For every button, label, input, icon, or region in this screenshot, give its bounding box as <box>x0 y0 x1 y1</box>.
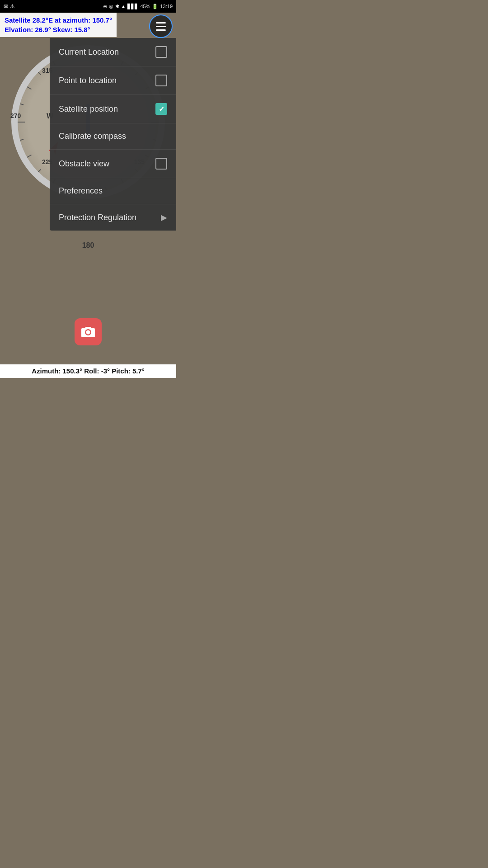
warning-icon: ⚠ <box>10 3 15 9</box>
wifi-icon: ▲ <box>121 4 126 9</box>
checkmark-icon: ✓ <box>159 105 164 113</box>
satellite-info-panel: Satellite 28.2°E at azimuth: 150.7° Elva… <box>0 13 117 37</box>
svg-point-26 <box>86 330 90 335</box>
satellite-line1: Satellite 28.2°E at azimuth: 150.7° <box>5 15 112 25</box>
svg-line-20 <box>20 139 23 140</box>
menu-button[interactable] <box>149 14 173 38</box>
azimuth-info: Azimuth: 150.3° Roll: -3° Pitch: 5.7° <box>32 367 145 375</box>
signal-icon: ▋▋▋ <box>127 4 138 9</box>
point-to-location-label: Point to location <box>59 76 117 85</box>
bottom-info-bar: Azimuth: 150.3° Roll: -3° Pitch: 5.7° <box>0 364 176 378</box>
menu-item-satellite-position[interactable]: Satellite position ✓ <box>50 95 176 123</box>
svg-line-21 <box>20 104 23 105</box>
status-left-icons: ✉ ⚠ <box>4 3 15 9</box>
status-bar: ✉ ⚠ ⊕ ◎ ✱ ▲ ▋▋▋ 45% 🔋 13:19 <box>0 0 176 13</box>
protection-regulation-label: Protection Regulation <box>59 213 136 222</box>
svg-line-8 <box>27 155 32 158</box>
battery-icon: 🔋 <box>152 4 158 9</box>
location-icon: ◎ <box>109 4 113 9</box>
compass-label-180: 180 <box>82 241 94 250</box>
obstacle-view-checkbox[interactable] <box>155 158 167 170</box>
point-to-location-checkbox[interactable] <box>155 75 167 86</box>
battery-text: 45% <box>140 4 150 9</box>
menu-item-obstacle-view[interactable]: Obstacle view <box>50 150 176 178</box>
menu-item-current-location[interactable]: Current Location <box>50 38 176 66</box>
menu-item-protection-regulation[interactable]: Protection Regulation ▶ <box>50 204 176 231</box>
camera-icon <box>80 324 96 340</box>
time-display: 13:19 <box>160 4 173 9</box>
svg-line-22 <box>38 72 41 75</box>
compass-label-270: 270 <box>10 112 21 119</box>
envelope-icon: ✉ <box>4 3 8 9</box>
satellite-position-label: Satellite position <box>59 104 118 114</box>
preferences-label: Preferences <box>59 186 103 196</box>
current-location-checkbox[interactable] <box>155 46 167 58</box>
menu-bar-1 <box>156 22 166 24</box>
satellite-position-checkbox[interactable]: ✓ <box>155 103 167 115</box>
menu-item-calibrate-compass[interactable]: Calibrate compass <box>50 123 176 150</box>
menu-item-preferences[interactable]: Preferences <box>50 178 176 204</box>
submenu-arrow-icon: ▶ <box>161 212 167 222</box>
calibrate-compass-label: Calibrate compass <box>59 132 126 141</box>
satellite-line2: Elvation: 26.9° Skew: 15.8° <box>5 25 112 34</box>
svg-line-19 <box>38 170 41 172</box>
obstacle-view-label: Obstacle view <box>59 159 109 169</box>
dropdown-menu: Current Location Point to location Satel… <box>50 38 176 231</box>
camera-button[interactable] <box>75 318 102 345</box>
svg-line-10 <box>27 87 32 90</box>
menu-bar-2 <box>156 26 166 27</box>
sync-icon: ⊕ <box>103 4 107 9</box>
bluetooth-icon: ✱ <box>115 4 119 9</box>
menu-item-point-to-location[interactable]: Point to location <box>50 66 176 95</box>
status-right-icons: ⊕ ◎ ✱ ▲ ▋▋▋ 45% 🔋 13:19 <box>103 4 173 9</box>
menu-bar-3 <box>156 29 166 31</box>
current-location-label: Current Location <box>59 47 119 57</box>
